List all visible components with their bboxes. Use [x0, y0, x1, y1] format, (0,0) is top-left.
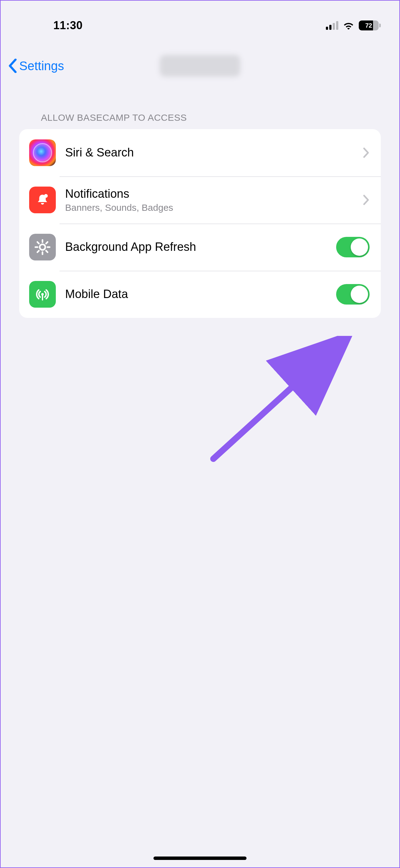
antenna-icon	[29, 281, 56, 308]
row-title: Siri & Search	[65, 146, 363, 160]
background-refresh-toggle[interactable]	[336, 237, 370, 257]
battery-indicator: 72	[359, 21, 381, 30]
row-title: Background App Refresh	[65, 240, 336, 254]
svg-rect-11	[42, 295, 43, 301]
row-notifications[interactable]: Notifications Banners, Sounds, Badges	[19, 176, 381, 223]
row-subtitle: Banners, Sounds, Badges	[65, 203, 363, 213]
svg-line-6	[37, 242, 39, 244]
row-title: Notifications	[65, 187, 363, 201]
annotation-arrow	[205, 336, 354, 466]
svg-line-9	[37, 251, 39, 252]
row-mobile-data: Mobile Data	[19, 271, 381, 318]
status-bar: 11:30 72	[1, 1, 399, 38]
row-background-app-refresh: Background App Refresh	[19, 223, 381, 271]
gear-icon	[29, 234, 56, 260]
svg-line-12	[213, 346, 337, 459]
page-title-redacted	[160, 55, 240, 77]
chevron-right-icon	[363, 194, 370, 206]
siri-icon	[29, 140, 56, 166]
cellular-signal-icon	[326, 21, 338, 30]
chevron-left-icon	[8, 59, 18, 73]
battery-percent: 72	[359, 21, 378, 30]
notifications-icon	[29, 187, 56, 213]
settings-list: Siri & Search Notifications Banners, Sou…	[19, 129, 381, 318]
svg-line-8	[46, 242, 48, 244]
status-indicators: 72	[326, 21, 381, 30]
svg-point-0	[44, 194, 48, 198]
navigation-bar: Settings	[1, 38, 399, 94]
status-time: 11:30	[53, 19, 83, 32]
row-siri-search[interactable]: Siri & Search	[19, 129, 381, 176]
svg-line-7	[46, 251, 48, 252]
section-header: Allow Basecamp to Access	[1, 94, 399, 129]
home-indicator[interactable]	[154, 857, 246, 860]
chevron-right-icon	[363, 147, 370, 158]
row-title: Mobile Data	[65, 287, 336, 302]
svg-point-1	[40, 244, 45, 250]
back-label: Settings	[19, 59, 64, 73]
mobile-data-toggle[interactable]	[336, 284, 370, 305]
back-button[interactable]: Settings	[8, 59, 64, 73]
wifi-icon	[343, 21, 355, 30]
